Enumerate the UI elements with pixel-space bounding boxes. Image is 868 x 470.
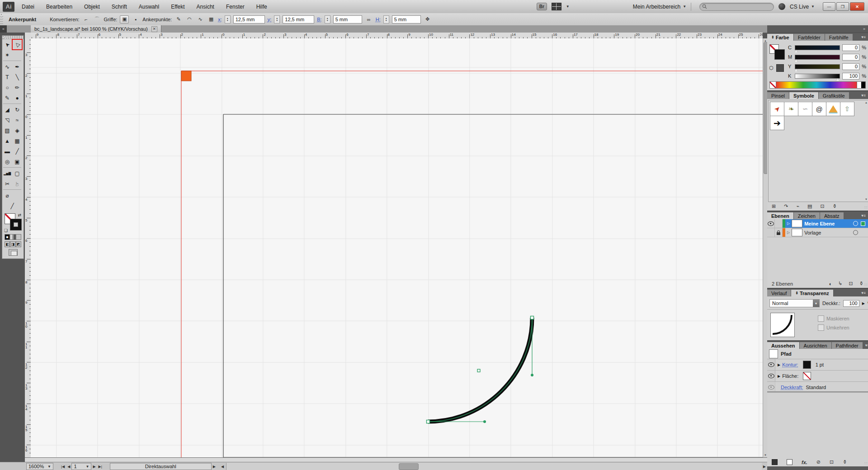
search-input[interactable]	[699, 3, 774, 11]
swap-fill-stroke-icon[interactable]: ⇄	[18, 213, 21, 217]
target-circle-icon[interactable]	[853, 230, 858, 235]
tools-grip[interactable]	[2, 36, 24, 39]
symbol-feather[interactable]: ❧	[784, 102, 798, 116]
zoom-tool[interactable]: ⌀	[2, 190, 12, 201]
guide-origin-marker[interactable]	[181, 71, 191, 81]
m-value-field[interactable]: 0	[842, 54, 859, 61]
isolate-selection-icon[interactable]: ▦	[207, 16, 215, 23]
m-slider[interactable]	[795, 55, 840, 60]
y-slider[interactable]	[795, 64, 840, 69]
connect-path-icon[interactable]: ∿	[196, 16, 204, 23]
last-color-swatch[interactable]	[776, 64, 784, 72]
panel-menu-icon[interactable]: ▾≡	[859, 213, 868, 218]
shape-builder-tool[interactable]: ◈	[12, 125, 22, 136]
cmyk-cube-icon[interactable]: ⬡	[769, 65, 774, 71]
slider-marker-icon[interactable]	[794, 50, 798, 52]
black-swatch[interactable]	[861, 82, 865, 88]
scroll-down-icon[interactable]: ▼	[864, 197, 868, 202]
next-artboard-icon[interactable]: ▶	[91, 465, 97, 469]
y-spinner[interactable]: ▲▼	[274, 15, 280, 24]
menu-item-effekt[interactable]: Effekt	[171, 4, 184, 10]
break-link-icon[interactable]: ⌁	[796, 203, 799, 209]
screen-mode-icon[interactable]	[9, 249, 18, 256]
pencil-tool[interactable]: ✎	[2, 93, 12, 103]
gradient-tool[interactable]: ▬	[2, 146, 12, 156]
menu-item-auswahl[interactable]: Auswahl	[139, 4, 159, 10]
lock-toggle[interactable]	[775, 228, 783, 237]
target-circle-icon[interactable]	[853, 221, 858, 226]
width-field[interactable]: 5 mm	[333, 15, 362, 24]
direct-selection-tool[interactable]: ▷	[12, 39, 22, 50]
show-handles-icon[interactable]: ▣	[120, 15, 129, 24]
tab-pinsel[interactable]: Pinsel	[767, 92, 789, 99]
delete-item-icon[interactable]: ⚱	[843, 459, 847, 465]
panel-grip[interactable]	[0, 13, 3, 25]
tab-farbfelder[interactable]: Farbfelder	[794, 34, 825, 41]
resize-grip[interactable]: ⸬	[865, 205, 867, 210]
c-slider[interactable]	[795, 45, 840, 50]
visibility-toggle[interactable]	[767, 219, 775, 228]
new-symbol-icon[interactable]: ⊡	[820, 203, 824, 209]
remove-anchor-icon[interactable]: ✎	[175, 16, 183, 23]
blend-tool[interactable]: ◎	[2, 156, 12, 167]
blend-mode-select[interactable]: Normal▼	[769, 299, 820, 307]
symbol-sprayer-tool[interactable]: ▣	[12, 156, 22, 167]
resize-grip[interactable]: ⸬	[865, 461, 867, 465]
cut-path-icon[interactable]: ◠	[185, 16, 193, 23]
delete-symbol-icon[interactable]: ⚱	[833, 203, 837, 209]
layer-row-vorlage[interactable]: ▷ Vorlage	[767, 228, 868, 237]
panel-menu-icon[interactable]: ▾≡	[859, 291, 868, 295]
artboard-number-select[interactable]: 1▼	[71, 463, 91, 470]
height-link[interactable]: H:	[376, 17, 381, 22]
magic-wand-tool[interactable]: ✶	[2, 50, 12, 60]
symbol-nautilus[interactable]: @	[812, 102, 826, 116]
symbol-banner[interactable]: ∽	[798, 102, 812, 116]
gradient-mode-icon[interactable]	[10, 234, 15, 240]
width-spinner[interactable]: ▲▼	[325, 15, 330, 24]
collapse-dock-icon[interactable]: »	[767, 25, 868, 33]
slice-tool[interactable]: ✂	[2, 179, 12, 189]
none-mode-icon[interactable]	[16, 234, 21, 240]
add-effect-icon[interactable]: fx.	[802, 460, 807, 465]
column-graph-tool[interactable]: ▂▅▇	[2, 168, 12, 179]
line-segment-tool[interactable]: ╲	[12, 72, 22, 82]
slider-marker-icon[interactable]	[794, 59, 798, 62]
new-sublayer-icon[interactable]: ↳	[838, 281, 842, 287]
rainbow-spectrum[interactable]	[776, 82, 857, 88]
tab-zeichen[interactable]: Zeichen	[794, 212, 820, 219]
duplicate-item-icon[interactable]: ⊡	[830, 459, 834, 465]
expand-triangle-icon[interactable]: ▶	[778, 374, 780, 378]
bridge-button[interactable]: Br	[537, 3, 547, 10]
none-swatch[interactable]	[770, 82, 776, 88]
clear-appearance-icon[interactable]: ⊘	[816, 459, 821, 465]
arrange-documents-caret-icon[interactable]: ▼	[566, 5, 570, 9]
x-field[interactable]: 12,5 mm	[233, 15, 265, 24]
close-document-icon[interactable]: ✕	[151, 26, 157, 32]
y-value-field[interactable]: 0	[842, 63, 859, 70]
tab-transparenz[interactable]: ⇕Transparenz	[791, 290, 834, 296]
k-slider[interactable]	[795, 74, 840, 79]
anchor-point[interactable]	[427, 420, 430, 423]
make-clipping-mask-icon[interactable]: ◐	[829, 281, 832, 287]
stroke-swatch[interactable]	[10, 219, 22, 230]
symbol-black-arrow[interactable]: ➔	[770, 116, 784, 130]
tab-verlauf[interactable]: Verlauf	[767, 290, 791, 296]
direction-handle-endpoint[interactable]	[531, 374, 533, 376]
slider-marker-icon[interactable]	[794, 69, 798, 71]
x-link[interactable]: x:	[218, 17, 222, 22]
default-fill-stroke-icon[interactable]: ❏	[4, 228, 8, 233]
artboard-tool[interactable]: ▢	[12, 168, 22, 179]
draw-normal-icon[interactable]: ◧	[5, 241, 10, 247]
panel-stroke-swatch[interactable]	[774, 49, 785, 60]
rotate-tool[interactable]: ↻	[12, 104, 22, 115]
arrange-documents-icon[interactable]	[552, 3, 561, 10]
visibility-toggle[interactable]	[767, 359, 775, 370]
height-spinner[interactable]: ▲▼	[383, 15, 389, 24]
delete-layer-icon[interactable]: ⚱	[859, 281, 863, 287]
symbol-rocket[interactable]: ➤	[770, 102, 784, 116]
layer-name[interactable]: Vorlage	[804, 230, 821, 235]
flaeche-label[interactable]: Fläche:	[782, 373, 798, 379]
slider-marker-icon[interactable]	[836, 78, 840, 81]
menu-item-schrift[interactable]: Schrift	[112, 4, 127, 10]
cs-live-menu[interactable]: CS Live▼	[790, 4, 815, 10]
